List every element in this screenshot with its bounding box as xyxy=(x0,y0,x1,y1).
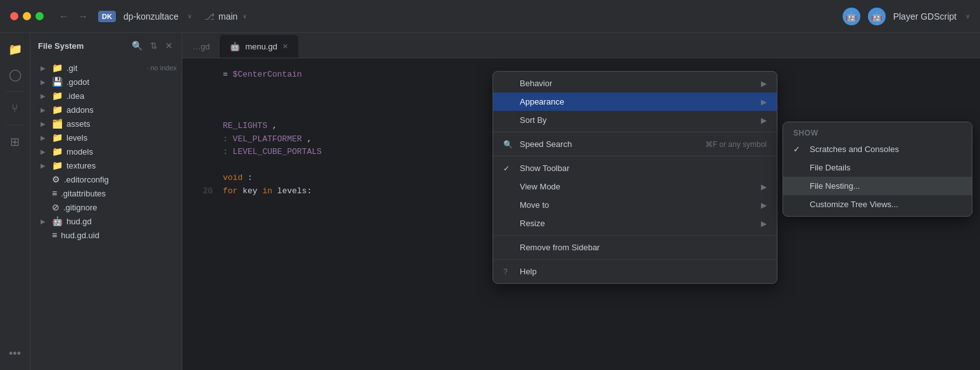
tree-item-gitignore[interactable]: ▶ ⊘ .gitignore xyxy=(30,200,182,214)
tree-item-models[interactable]: ▶ 📁 models xyxy=(30,144,182,158)
menu-item-view-mode[interactable]: View Mode ▶ xyxy=(493,177,777,196)
submenu-arrow-icon: ▶ xyxy=(761,182,767,191)
folder-icon: 🗂️ xyxy=(52,118,63,129)
code-keyword: for xyxy=(223,186,237,196)
menu-item-behavior[interactable]: Behavior ▶ xyxy=(493,74,777,92)
traffic-light-yellow[interactable] xyxy=(23,12,31,20)
submenu-arrow-icon: ▶ xyxy=(761,201,767,210)
menu-item-move-to[interactable]: Move to ▶ xyxy=(493,196,777,214)
rail-icon-more[interactable]: ••• xyxy=(4,342,27,365)
chevron-icon: ▶ xyxy=(41,65,48,72)
menu-item-label: Remove from Sidebar xyxy=(520,243,767,252)
menu-item-label: Appearance xyxy=(520,97,752,106)
submenu-arrow-icon: ▶ xyxy=(761,219,767,228)
tab-dotgd[interactable]: …gd xyxy=(182,35,220,58)
folder-icon: 💾 xyxy=(52,77,63,87)
repo-dropdown-arrow[interactable]: ∨ xyxy=(187,13,192,20)
sidebar-sort-button[interactable]: ⇅ xyxy=(149,39,159,52)
tree-item-godot[interactable]: ▶ 💾 .godot xyxy=(30,75,182,89)
repo-name[interactable]: dp-konzultace xyxy=(123,11,179,22)
code-const: RE_LIGHTS xyxy=(223,121,267,131)
tree-item-name: addons xyxy=(66,105,177,115)
submenu-item-file-nesting[interactable]: File Nesting... xyxy=(783,177,972,195)
main-layout: 📁 ◯ ⑂ ⊞ ••• File System 🔍 ⇅ ✕ ▶ 📁 .git ·… xyxy=(0,33,980,370)
folder-icon: 📁 xyxy=(52,146,63,156)
sidebar-header: File System 🔍 ⇅ ✕ xyxy=(30,33,182,58)
forward-button[interactable]: → xyxy=(75,10,91,23)
tree-item-levels[interactable]: ▶ 📁 levels xyxy=(30,131,182,144)
tree-item-name: assets xyxy=(66,119,177,129)
tree-item-name: models xyxy=(66,147,177,156)
menu-item-label: Show Toolbar xyxy=(520,163,767,173)
gdscript-icon: 🤖 xyxy=(52,216,63,226)
menu-item-remove-sidebar[interactable]: Remove from Sidebar xyxy=(493,238,777,257)
settings-icon: ⚙ xyxy=(52,174,60,184)
tree-item-editorconfig[interactable]: ▶ ⚙ .editorconfig xyxy=(30,172,182,186)
menu-item-appearance[interactable]: Appearance ▶ xyxy=(493,92,777,111)
branch-section: ⎇ main ∨ xyxy=(204,11,247,22)
menu-item-label: Resize xyxy=(520,219,752,228)
menu-item-label: View Mode xyxy=(520,182,752,191)
submenu-item-file-details[interactable]: File Details xyxy=(783,158,972,177)
tree-item-textures[interactable]: ▶ 📁 textures xyxy=(30,158,182,172)
tree-item-git[interactable]: ▶ 📁 .git · no index xyxy=(30,61,182,75)
code-content: : LEVEL_CUBE_PORTALS xyxy=(223,146,322,159)
rail-icon-plugins[interactable]: ⊞ xyxy=(4,131,27,153)
chevron-icon: ▶ xyxy=(41,134,48,141)
traffic-light-green[interactable] xyxy=(35,12,44,20)
context-menu: Behavior ▶ Appearance ▶ Sort By ▶ 🔍 Spee… xyxy=(493,71,777,284)
menu-item-help[interactable]: ? Help xyxy=(493,262,777,281)
menu-item-resize[interactable]: Resize ▶ xyxy=(493,214,777,233)
sidebar: File System 🔍 ⇅ ✕ ▶ 📁 .git · no index ▶ … xyxy=(30,33,182,370)
sidebar-close-button[interactable]: ✕ xyxy=(164,39,174,52)
rail-divider-1 xyxy=(6,91,24,92)
back-button[interactable]: ← xyxy=(56,10,72,23)
ignore-icon: ⊘ xyxy=(52,202,60,212)
submenu-item-label: File Nesting... xyxy=(810,181,860,191)
player-dropdown-arrow[interactable]: ∨ xyxy=(965,13,970,20)
rail-icon-files[interactable]: 📁 xyxy=(4,38,27,61)
help-icon: ? xyxy=(503,267,513,276)
submenu-item-scratches[interactable]: ✓ Scratches and Consoles xyxy=(783,140,972,158)
submenu-arrow-icon: ▶ xyxy=(761,79,767,88)
branch-name[interactable]: main xyxy=(218,11,237,22)
tree-item-name: .git xyxy=(66,63,142,73)
player-gdscript-label[interactable]: Player GDScript xyxy=(893,11,957,22)
menu-item-label: Help xyxy=(520,267,767,276)
tab-bar: …gd 🤖 menu.gd ✕ xyxy=(182,33,980,58)
tree-item-idea[interactable]: ▶ 📁 .idea xyxy=(30,89,182,103)
chevron-icon: ▶ xyxy=(41,92,48,99)
submenu-header: Show xyxy=(783,125,972,140)
traffic-light-red[interactable] xyxy=(10,12,18,20)
tree-item-gitattributes[interactable]: ▶ ≡ .gitattributes xyxy=(30,186,182,200)
tab-close-button[interactable]: ✕ xyxy=(282,42,288,51)
icon-rail: 📁 ◯ ⑂ ⊞ ••• xyxy=(0,33,30,370)
tree-item-hudgd[interactable]: ▶ 🤖 hud.gd xyxy=(30,214,182,228)
folder-icon: 📁 xyxy=(52,105,63,115)
file-icon: ≡ xyxy=(52,188,57,198)
line-number: 20 xyxy=(195,185,213,198)
submenu-item-label: File Details xyxy=(810,163,850,172)
code-content: for key in levels: xyxy=(223,185,311,198)
menu-item-speed-search[interactable]: 🔍 Speed Search ⌘F or any symbol xyxy=(493,135,777,153)
code-content: = $CenterContain xyxy=(223,68,302,82)
tree-item-hudgduid[interactable]: ▶ ≡ hud.gd.uid xyxy=(30,228,182,242)
tree-item-assets[interactable]: ▶ 🗂️ assets xyxy=(30,117,182,131)
menu-separator xyxy=(493,156,777,156)
tab-menugd[interactable]: 🤖 menu.gd ✕ xyxy=(220,35,298,58)
rail-icon-git[interactable]: ◯ xyxy=(4,63,27,86)
menu-item-sort-by[interactable]: Sort By ▶ xyxy=(493,111,777,129)
repo-badge[interactable]: DK xyxy=(98,11,116,22)
tree-item-name: textures xyxy=(66,161,177,170)
sidebar-search-button[interactable]: 🔍 xyxy=(130,39,144,52)
menu-item-show-toolbar[interactable]: ✓ Show Toolbar xyxy=(493,159,777,177)
rail-icon-branches[interactable]: ⑂ xyxy=(4,97,27,120)
tree-item-addons[interactable]: ▶ 📁 addons xyxy=(30,103,182,117)
submenu-item-customize-tree[interactable]: Customize Tree Views... xyxy=(783,195,972,214)
menu-item-shortcut: ⌘F or any symbol xyxy=(705,140,767,149)
tab-label: …gd xyxy=(192,42,210,51)
menu-separator xyxy=(493,235,777,236)
tab-label: menu.gd xyxy=(245,42,277,51)
code-keyword: void xyxy=(223,173,242,182)
branch-dropdown-arrow[interactable]: ∨ xyxy=(242,13,247,20)
